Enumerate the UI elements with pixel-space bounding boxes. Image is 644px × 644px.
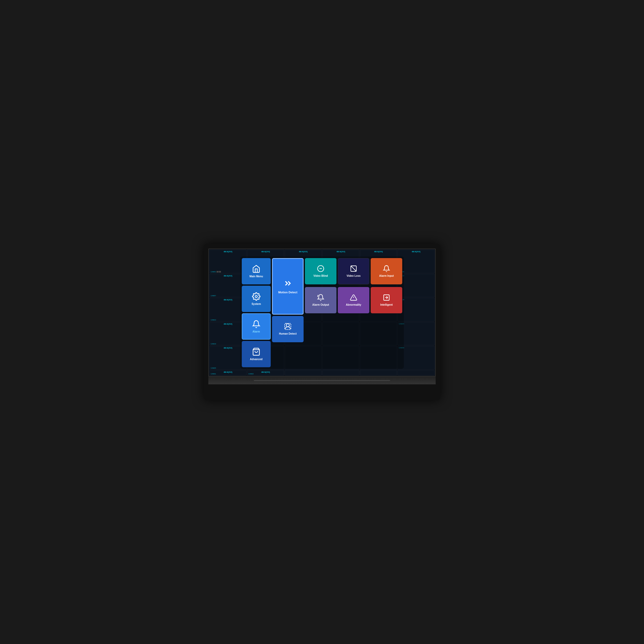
human-detect-button[interactable]: Human Detect (272, 316, 304, 342)
human-detect-label: Human Detect (279, 332, 296, 335)
stand-decoration (254, 380, 390, 381)
main-menu-button[interactable]: Main Menu (242, 258, 271, 284)
alarm-input-button[interactable]: Alarm Input (371, 258, 402, 284)
video-blind-button[interactable]: Video Blind (305, 258, 336, 284)
home-icon (252, 265, 260, 274)
system-button[interactable]: System (242, 286, 271, 312)
alarm-grid: Motion Detect Video Blind (272, 258, 402, 367)
svg-point-0 (255, 295, 257, 298)
svg-line-5 (351, 266, 356, 271)
advanced-label: Advanced (250, 358, 263, 361)
alarm-output-label: Alarm Output (312, 303, 329, 306)
intelligent-button[interactable]: Intelligent (371, 287, 402, 313)
chevrons-right-icon (283, 279, 293, 289)
abnormality-label: Abnormality (346, 303, 361, 306)
person-detect-icon (284, 323, 291, 331)
intelligent-label: Intelligent (380, 303, 393, 306)
left-menu-column: Main Menu System (242, 258, 271, 367)
alarm-button[interactable]: Alarm (242, 313, 271, 340)
menu-overlay: Main Menu System (209, 249, 435, 376)
alarm-output-button[interactable]: Alarm Output (305, 287, 336, 313)
bell-icon (252, 320, 260, 329)
arrow-right-box-icon (383, 294, 390, 302)
slash-box-icon (350, 265, 357, 273)
video-loss-button[interactable]: Video Loss (338, 258, 369, 284)
motion-detect-button[interactable]: Motion Detect (272, 258, 304, 315)
triangle-alert-icon (350, 294, 357, 302)
system-label: System (251, 303, 261, 305)
bell-ring-icon (317, 294, 324, 302)
bag-icon (252, 348, 260, 357)
minus-circle-icon (317, 265, 324, 273)
monitor-screen: 4M-N(XVI) CAM01 4M-N(XVI) CAM02 4M-N(XVI… (208, 249, 436, 376)
main-menu-label: Main Menu (249, 275, 263, 278)
abnormality-button[interactable]: Abnormality (338, 287, 369, 313)
video-blind-label: Video Blind (314, 274, 328, 277)
monitor: 4M-N(XVI) CAM01 4M-N(XVI) CAM02 4M-N(XVI… (204, 244, 440, 400)
monitor-stand (208, 376, 436, 384)
alarm-input-label: Alarm Input (379, 274, 394, 277)
advanced-button[interactable]: Advanced (242, 341, 271, 367)
bell-alert-icon (383, 265, 390, 273)
svg-rect-11 (286, 324, 289, 327)
gear-icon (252, 292, 260, 301)
video-loss-label: Video Loss (346, 274, 360, 277)
alarm-label: Alarm (253, 330, 260, 333)
motion-detect-label: Motion Detect (278, 291, 298, 294)
